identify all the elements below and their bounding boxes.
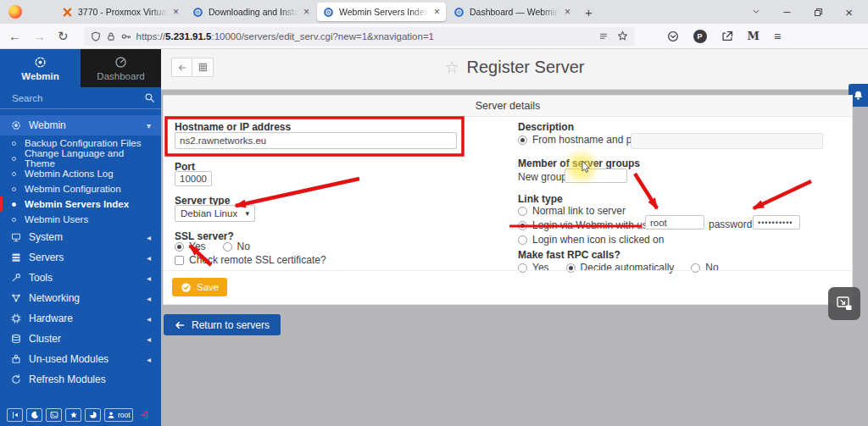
- new-group-input[interactable]: [565, 169, 627, 183]
- window-controls: ×: [752, 5, 860, 19]
- forward-icon[interactable]: →: [33, 30, 46, 42]
- servers-icon: [10, 252, 21, 263]
- back-icon[interactable]: ←: [8, 30, 21, 42]
- tab-list-chevron-icon[interactable]: [752, 8, 760, 16]
- sidebar-section-servers[interactable]: Servers◂: [0, 247, 161, 268]
- browser-tab[interactable]: Dashboard — Webmin 2.102 o×: [448, 3, 576, 21]
- stats-button[interactable]: [85, 408, 101, 422]
- sidebar-tab-webmin[interactable]: Webmin: [0, 49, 81, 87]
- browser-tab[interactable]: Downloading and Installing | W×: [186, 3, 315, 21]
- tab-title: 3770 - Proxmox Virtual Environ: [78, 7, 168, 17]
- link-normal-label: Normal link to server: [532, 205, 626, 217]
- description-label: Description: [518, 121, 574, 133]
- description-custom-input[interactable]: [631, 133, 823, 149]
- favorites-button[interactable]: [65, 408, 81, 422]
- mullvad-icon[interactable]: M: [748, 30, 760, 42]
- favorite-star-icon[interactable]: ☆: [445, 58, 459, 77]
- profile-icon[interactable]: P: [693, 30, 707, 43]
- ssl-radio-row: Yes No: [175, 241, 250, 252]
- link-login-radio[interactable]: [518, 221, 527, 230]
- tab-close-icon[interactable]: ×: [173, 6, 179, 18]
- browser-toolbar-icons: P M ≡: [667, 30, 785, 43]
- screen-overlay-button[interactable]: [828, 287, 860, 320]
- main-content: ☆ Register Server Server details Hostnam…: [161, 49, 868, 426]
- sidebar-item-webmin-users[interactable]: Webmin Users: [0, 212, 161, 227]
- sidebar-section-cluster[interactable]: Cluster◂: [0, 329, 161, 349]
- sidebar-section-hardware[interactable]: Hardware◂: [0, 308, 161, 329]
- user-button[interactable]: root: [104, 408, 133, 422]
- port-input[interactable]: [175, 171, 212, 186]
- sidebar-collapse-button[interactable]: [7, 408, 23, 422]
- sidebar-section-tools[interactable]: Tools◂: [0, 268, 161, 288]
- sidebar-item-webmin-configuration[interactable]: Webmin Configuration: [0, 181, 161, 196]
- description-from-hostname-radio[interactable]: [518, 136, 527, 145]
- lock-icon[interactable]: [106, 31, 116, 41]
- password-label: password: [709, 219, 752, 230]
- reader-mode-icon[interactable]: [598, 31, 609, 41]
- server-type-select[interactable]: Debian Linux ▾: [175, 205, 255, 222]
- browser-tab[interactable]: 3770 - Proxmox Virtual Environ×: [56, 3, 185, 21]
- tab-title: Webmin Servers Index/Register: [339, 7, 429, 17]
- section-label: Servers: [29, 252, 64, 263]
- check-remote-ssl-checkbox[interactable]: [175, 256, 184, 265]
- hostname-input[interactable]: [175, 132, 457, 149]
- url-bar[interactable]: https://5.231.91.5:10000/servers/edit_se…: [84, 27, 635, 46]
- minimize-icon[interactable]: [782, 8, 792, 17]
- logout-button[interactable]: [136, 408, 153, 422]
- search-icon[interactable]: [144, 92, 155, 103]
- close-window-icon[interactable]: ×: [845, 5, 853, 19]
- restore-window-icon[interactable]: [814, 8, 823, 17]
- pocket-icon[interactable]: [667, 30, 679, 42]
- search-input[interactable]: [10, 92, 144, 104]
- tab-close-icon[interactable]: ×: [565, 6, 570, 18]
- sidebar-tab-dashboard[interactable]: Dashboard: [81, 49, 161, 87]
- server-details-panel: Server details Hostname or IP address Po…: [163, 95, 853, 305]
- sidebar-section-un-used-modules[interactable]: Un-used Modules◂: [0, 349, 161, 369]
- unused-icon: [10, 354, 21, 364]
- extensions-icon[interactable]: [721, 30, 733, 42]
- browser-tab[interactable]: Webmin Servers Index/Register×: [317, 3, 446, 21]
- ssl-yes-label: Yes: [189, 241, 206, 252]
- panel-footer: Save: [164, 270, 852, 304]
- sidebar-section-webmin[interactable]: Webmin▾: [0, 115, 161, 136]
- tab-close-icon[interactable]: ×: [434, 6, 440, 18]
- section-caret-icon: ◂: [147, 233, 151, 242]
- new-tab-button[interactable]: +: [585, 5, 593, 19]
- key-icon[interactable]: [121, 31, 131, 41]
- shield-icon[interactable]: [91, 31, 101, 41]
- pie-icon: [89, 411, 97, 419]
- description-from-hostname-label: From hostname and port: [532, 134, 643, 146]
- terminal-button[interactable]: [46, 408, 62, 422]
- link-icon-radio[interactable]: [518, 235, 527, 245]
- link-normal-radio[interactable]: [518, 207, 527, 216]
- save-button[interactable]: Save: [172, 278, 227, 296]
- ssl-no-radio[interactable]: [223, 242, 232, 252]
- item-label: Webmin Users: [25, 214, 88, 224]
- tab-close-icon[interactable]: ×: [303, 6, 309, 18]
- sidebar-item-change-language-and-theme[interactable]: Change Language and Theme: [0, 151, 161, 166]
- menu-icon[interactable]: ≡: [774, 30, 781, 43]
- tab-title: Downloading and Installing | W: [209, 7, 298, 17]
- rpc-label: Make fast RPC calls?: [518, 249, 620, 261]
- ssl-yes-radio[interactable]: [175, 242, 184, 252]
- sidebar-section-system[interactable]: System◂: [0, 227, 161, 247]
- section-caret-icon: ◂: [147, 253, 151, 263]
- night-mode-button[interactable]: [26, 408, 42, 422]
- refresh-icon: [10, 374, 21, 385]
- sidebar-section-refresh-modules[interactable]: Refresh Modules: [0, 369, 161, 390]
- cluster-icon: [10, 334, 21, 344]
- return-to-servers-button[interactable]: Return to servers: [164, 314, 281, 335]
- section-label: Hardware: [29, 313, 73, 324]
- sidebar-item-webmin-servers-index[interactable]: Webmin Servers Index: [0, 196, 161, 212]
- star-icon: [70, 411, 78, 419]
- password-input[interactable]: [753, 215, 800, 230]
- username-input[interactable]: [645, 215, 704, 230]
- moon-icon: [31, 411, 39, 419]
- reload-icon[interactable]: ↻: [58, 30, 69, 42]
- sidebar-section-networking[interactable]: Networking◂: [0, 288, 161, 308]
- section-label: Refresh Modules: [29, 373, 106, 385]
- sidebar-item-webmin-actions-log[interactable]: Webmin Actions Log: [0, 166, 161, 181]
- firefox-logo-icon[interactable]: [8, 5, 22, 19]
- bookmark-star-icon[interactable]: [617, 30, 628, 41]
- webmin-favicon: [453, 7, 465, 18]
